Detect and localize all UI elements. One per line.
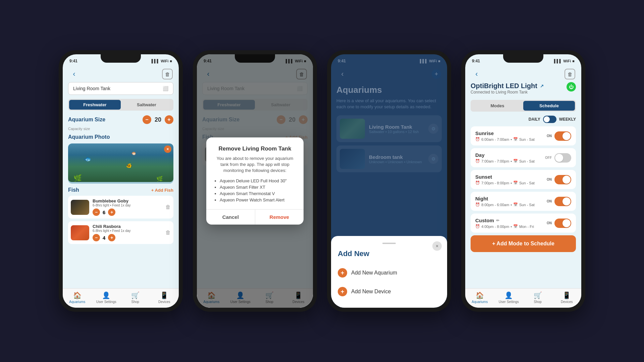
day-toggle-switch-4[interactable]	[543, 116, 556, 123]
nav-usersettings-4[interactable]: 👤 User Settings	[494, 291, 524, 304]
schedule-sunset-info: Sunset ⏰ 7:00pm - 8:00pm • 📅 Sun - Sat	[475, 174, 535, 185]
schedule-sunrise-name: Sunrise	[475, 130, 535, 136]
back-button-4[interactable]: ‹	[471, 69, 482, 79]
schedule-night-toggle-area: ON	[547, 197, 571, 206]
phone-4: 9:41 ▌▌▌ WiFi ■ ‹ 🗑 OptiBright LED Light…	[461, 50, 585, 312]
tank-name-input-1[interactable]: Living Room Tank ⬜	[68, 82, 173, 95]
nav-devices-4[interactable]: 📱 Devices	[552, 291, 582, 304]
sunset-toggle[interactable]	[554, 175, 571, 184]
close-modal-btn-3[interactable]: ×	[432, 241, 442, 251]
aquarium-photo-1[interactable]: 🐟 🐠 🐡 🌿 🌿 ×	[68, 143, 173, 184]
size-minus-1[interactable]: −	[143, 115, 151, 124]
aquariums-icon-1: 🏠	[73, 291, 82, 299]
modal-remove-btn-2[interactable]: Remove	[255, 209, 304, 225]
modes-tab-4[interactable]: Modes	[472, 101, 523, 111]
devices-label-1: Devices	[158, 300, 170, 304]
size-plus-1[interactable]: +	[165, 115, 173, 124]
shop-label-4: Shop	[534, 300, 542, 304]
modal-device-1: Aqueon Smart Filter XT	[220, 185, 297, 190]
phones-container: 9:41 ▌▌▌ WiFi ■ ‹ 🗑 Living Room Tank ⬜ F…	[52, 44, 592, 318]
phone-1-screen: 9:41 ▌▌▌ WiFi ■ ‹ 🗑 Living Room Tank ⬜ F…	[63, 54, 179, 308]
tank-name-value-1: Living Room Tank	[73, 86, 110, 91]
modal-handle-3	[382, 243, 396, 244]
fish-item-goby-1: Bumblebee Goby 6-8hrs light • Feed 1x da…	[68, 196, 173, 219]
custom-toggle[interactable]	[554, 219, 571, 228]
schedule-day-info: Day ⏰ 7:00am - 7:00pm • 📅 Sun - Sat	[475, 152, 535, 163]
modal-title-2: Remove Living Room Tank	[213, 145, 297, 152]
night-knob	[562, 197, 571, 205]
edit-icon-1[interactable]: ⬜	[163, 86, 168, 91]
schedule-tab-4[interactable]: Schedule	[523, 101, 575, 111]
day-toggle-4: DAILY WEEKLY	[471, 116, 576, 123]
signal-icon-4: ▌▌▌	[554, 59, 562, 63]
device-name-4: OptiBright LED Light	[471, 82, 537, 90]
bottom-nav-1: 🏠 Aquariums 👤 User Settings 🛒 Shop 📱 Dev…	[63, 288, 179, 308]
add-aquarium-plus-icon: +	[338, 268, 347, 278]
notch-1	[101, 54, 141, 63]
type-toggle-1: Freshwater Saltwater	[68, 99, 173, 111]
fish-count-rasbora-1: 4	[103, 235, 105, 241]
back-button-1[interactable]: ‹	[69, 69, 79, 79]
sunset-knob	[562, 176, 571, 184]
plant-decoration-2: 🌿	[156, 176, 163, 182]
nav-aquariums-4[interactable]: 🏠 Aquariums	[465, 291, 494, 304]
custom-status: ON	[547, 221, 552, 225]
fish-plus-goby-1[interactable]: +	[108, 208, 115, 216]
device-name-area-4: OptiBright LED Light ↗ Connected to Livi…	[471, 82, 544, 99]
night-toggle[interactable]	[554, 197, 571, 206]
power-icon-4[interactable]: ⏻	[567, 82, 576, 92]
usersettings-icon-1: 👤	[102, 291, 110, 299]
phone-2: 9:41 ▌▌▌ WiFi ■ ‹ 🗑 Living Room Tank ⬜ F…	[193, 50, 317, 312]
fish-decoration-1: 🐟	[84, 155, 91, 163]
remove-modal-box: Remove Living Room Tank You are about to…	[206, 137, 304, 225]
delete-goby-1[interactable]: 🗑	[165, 204, 171, 210]
wifi-icon-1: WiFi	[161, 59, 168, 63]
freshwater-btn-1[interactable]: Freshwater	[69, 100, 121, 110]
phone-1: 9:41 ▌▌▌ WiFi ■ ‹ 🗑 Living Room Tank ⬜ F…	[59, 50, 183, 312]
schedule-custom-time: ⏰ 4:00pm - 8:00pm • 📅 Mon - Fri	[475, 224, 534, 229]
remove-modal-overlay: Remove Living Room Tank You are about to…	[197, 54, 313, 308]
add-fish-btn-1[interactable]: + Add Fish	[151, 188, 173, 193]
trash-button-4[interactable]: 🗑	[565, 69, 575, 79]
schedule-sunrise-toggle-area: ON	[547, 131, 571, 141]
fish-minus-rasbora-1[interactable]: −	[93, 234, 100, 241]
nav-devices-1[interactable]: 📱 Devices	[150, 291, 179, 304]
add-mode-btn-4[interactable]: + Add Mode to Schedule	[471, 235, 576, 252]
nav-shop-4[interactable]: 🛒 Shop	[523, 291, 552, 304]
device-subtitle-4: Connected to Living Room Tank	[471, 90, 544, 95]
nav-shop-1[interactable]: 🛒 Shop	[121, 291, 150, 304]
phone-4-screen: 9:41 ▌▌▌ WiFi ■ ‹ 🗑 OptiBright LED Light…	[465, 54, 581, 308]
add-device-plus-icon: +	[338, 287, 347, 296]
fish-minus-goby-1[interactable]: −	[93, 208, 100, 216]
saltwater-btn-1[interactable]: Saltwater	[121, 100, 172, 110]
schedule-sunset: Sunset ⏰ 7:00pm - 8:00pm • 📅 Sun - Sat O…	[471, 170, 576, 189]
delete-rasbora-1[interactable]: 🗑	[165, 230, 171, 236]
modal-cancel-btn-2[interactable]: Cancel	[206, 209, 255, 225]
size-value-1: 20	[155, 116, 161, 123]
sunrise-toggle[interactable]	[554, 131, 571, 141]
fish-plus-rasbora-1[interactable]: +	[108, 234, 115, 241]
device-title-4: OptiBright LED Light ↗	[471, 82, 544, 90]
nav-aquariums-1[interactable]: 🏠 Aquariums	[63, 291, 92, 304]
custom-edit-icon[interactable]: ✏	[496, 218, 499, 223]
size-control-1: − 20 +	[143, 115, 173, 124]
fish-photo-goby-1	[71, 200, 89, 215]
shop-label-1: Shop	[131, 300, 139, 304]
status-icons-4: ▌▌▌ WiFi ■	[554, 59, 575, 63]
nav-usersettings-1[interactable]: 👤 User Settings	[92, 291, 121, 304]
nav-header-4: ‹ 🗑	[465, 66, 581, 82]
phone-3: 9:41 ▌▌▌ WiFi ■ ‹ + Aquariums Here is a …	[327, 50, 451, 312]
add-new-aquarium-option[interactable]: + Add New Aquarium	[338, 263, 440, 282]
modal-text-2: You are about to remove your aquarium ta…	[213, 156, 297, 174]
status-icons-1: ▌▌▌ WiFi ■	[152, 59, 172, 63]
sunrise-status: ON	[547, 134, 552, 138]
fish-name-rasbora-1: Chili Rasbora	[93, 224, 162, 229]
trash-button-1[interactable]: 🗑	[162, 69, 173, 79]
fish-info-goby-1: Bumblebee Goby 6-8hrs light • Feed 1x da…	[93, 198, 162, 216]
remove-photo-btn-1[interactable]: ×	[164, 145, 171, 153]
day-toggle-switch[interactable]	[554, 153, 571, 163]
add-new-device-option[interactable]: + Add New Device	[338, 282, 440, 301]
fish-decoration-3: 🐡	[131, 151, 136, 156]
capacity-label-1: Capacity size	[68, 127, 173, 131]
fish-info-rasbora-1: Chili Rasbora 6-8hrs light • Feed 1x day…	[93, 224, 162, 241]
